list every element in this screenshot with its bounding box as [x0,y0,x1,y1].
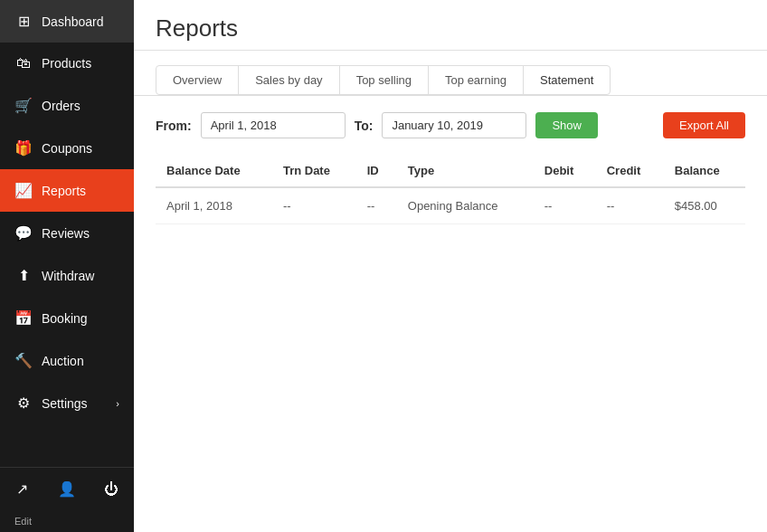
sidebar-item-label: Booking [42,311,88,326]
col-trn-date: Trn Date [272,155,356,187]
tabs-bar: Overview Sales by day Top selling Top ea… [134,51,767,96]
orders-icon: 🛒 [14,97,33,114]
sidebar-item-label: Withdraw [42,269,94,283]
sidebar-item-label: Reviews [42,226,90,241]
table-row: April 1, 2018 -- -- Opening Balance -- -… [156,187,745,224]
sidebar-item-orders[interactable]: 🛒 Orders [0,84,134,127]
main-content: Reports Overview Sales by day Top sellin… [134,0,767,532]
settings-icon: ⚙ [14,394,33,412]
cell-credit: -- [596,187,664,224]
sidebar-item-auction[interactable]: 🔨 Auction [0,339,134,382]
to-date-input[interactable] [382,112,526,138]
from-label: From: [156,119,192,133]
page-title: Reports [156,14,745,43]
cell-debit: -- [534,187,596,224]
withdraw-icon: ⬆ [14,267,33,284]
table-header-row: Balance Date Trn Date ID Type Debit Cred… [156,155,745,187]
cell-id: -- [356,187,397,224]
power-icon[interactable]: ⏻ [90,468,134,510]
tab-top-selling[interactable]: Top selling [339,65,429,95]
col-id: ID [356,155,397,187]
external-link-icon[interactable]: ↗ [0,468,44,510]
dashboard-icon: ⊞ [14,13,33,30]
sidebar-item-label: Auction [42,354,84,368]
sidebar-item-label: Products [42,56,91,71]
col-type: Type [397,155,534,187]
user-icon[interactable]: 👤 [44,468,89,510]
sidebar-item-coupons[interactable]: 🎁 Coupons [0,127,134,169]
table-container: Balance Date Trn Date ID Type Debit Cred… [134,155,767,532]
sidebar-item-products[interactable]: 🛍 Products [0,43,134,84]
col-credit: Credit [596,155,664,187]
cell-balance: $458.00 [664,187,745,224]
export-all-button[interactable]: Export All [663,112,745,138]
cell-type: Opening Balance [397,187,534,224]
page-header: Reports [134,0,767,51]
from-date-input[interactable] [201,112,346,138]
sidebar-item-reports[interactable]: 📈 Reports [0,169,134,212]
to-label: To: [355,119,374,133]
chevron-right-icon: › [116,398,119,409]
sidebar-footer: Edit [0,510,134,532]
reports-icon: 📈 [14,182,33,199]
sidebar-item-reviews[interactable]: 💬 Reviews [0,212,134,254]
filter-bar: From: To: Show Export All [134,96,767,155]
col-balance-date: Balance Date [156,155,272,187]
col-debit: Debit [534,155,596,187]
sidebar-item-label: Coupons [42,141,92,156]
sidebar-item-dashboard[interactable]: ⊞ Dashboard [0,0,134,43]
sidebar-item-label: Reports [42,184,86,198]
sidebar-item-settings[interactable]: ⚙ Settings › [0,382,134,424]
sidebar-item-label: Dashboard [42,14,104,29]
reviews-icon: 💬 [14,224,33,242]
coupons-icon: 🎁 [14,139,33,157]
sidebar-item-label: Settings [42,396,88,411]
cell-balance-date: April 1, 2018 [156,187,272,224]
sidebar-item-withdraw[interactable]: ⬆ Withdraw [0,254,134,297]
booking-icon: 📅 [14,309,33,327]
reports-table: Balance Date Trn Date ID Type Debit Cred… [156,155,745,224]
tab-sales-by-day[interactable]: Sales by day [238,65,339,95]
sidebar: ⊞ Dashboard 🛍 Products 🛒 Orders 🎁 Coupon… [0,0,134,532]
col-balance: Balance [664,155,745,187]
products-icon: 🛍 [14,55,33,71]
sidebar-item-booking[interactable]: 📅 Booking [0,297,134,339]
tab-statement[interactable]: Statement [523,65,611,95]
sidebar-bottom-bar: ↗ 👤 ⏻ [0,467,134,510]
sidebar-item-label: Orders [42,99,80,113]
show-button[interactable]: Show [535,112,598,138]
tab-top-earning[interactable]: Top earning [428,65,524,95]
auction-icon: 🔨 [14,352,33,369]
tab-overview[interactable]: Overview [156,65,239,95]
cell-trn-date: -- [272,187,356,224]
